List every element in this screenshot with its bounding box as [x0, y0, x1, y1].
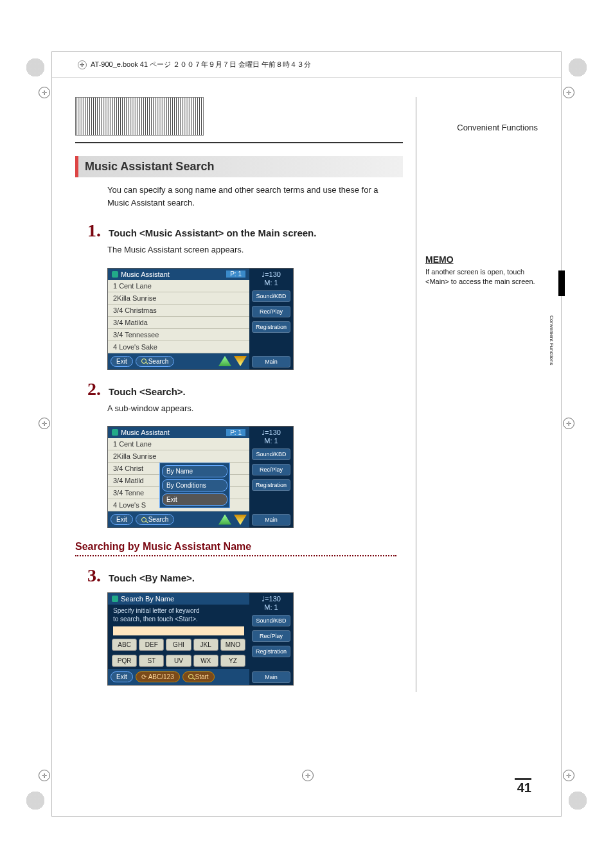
crop-mark-br	[562, 784, 594, 817]
key-jkl[interactable]: JKL	[193, 639, 218, 651]
search-icon	[188, 674, 193, 679]
page-indicator: P: 1	[226, 429, 245, 436]
panel-footer: Exit Search	[108, 511, 249, 527]
key-ghi[interactable]: GHI	[166, 639, 191, 651]
registration-mark: ✛	[39, 87, 50, 98]
page-indicator: P: 1	[226, 270, 245, 278]
screenshot-search-popup: Music Assistant P: 1 1 Cent Lane 2Killa …	[107, 426, 294, 528]
start-button[interactable]: Start	[182, 671, 215, 682]
side-buttons: ♩=130 M: 1 Sound/KBD Rec/Play Registrati…	[249, 427, 293, 527]
divider	[75, 142, 403, 143]
key-yz[interactable]: YZ	[220, 655, 245, 667]
exit-button[interactable]: Exit	[111, 514, 133, 525]
key-pqr[interactable]: PQR	[112, 655, 137, 667]
scroll-down-button[interactable]	[234, 356, 247, 366]
list-item[interactable]: 2Killa Sunrise	[108, 292, 249, 305]
page-number-bar	[515, 778, 531, 780]
key-row: ABC DEF GHI JKL MNO	[108, 637, 249, 653]
step-title: Touch <Search>.	[109, 386, 186, 397]
list-item[interactable]: 2Killa Sunrise	[108, 450, 249, 463]
doc-header: ✛ AT-900_e.book 41 ページ ２００７年９月７日 金曜日 午前８…	[52, 52, 561, 78]
search-label: Search	[148, 516, 169, 523]
step-1: 1. Touch <Music Assistant> on the Main s…	[75, 220, 403, 241]
rec-play-button[interactable]: Rec/Play	[252, 630, 290, 642]
search-label: Search	[148, 358, 169, 365]
device-illustration	[75, 97, 204, 136]
list-item[interactable]: 3/4 Tennessee	[108, 329, 249, 341]
side-buttons: ♩=130 M: 1 Sound/KBD Rec/Play Registrati…	[249, 593, 293, 685]
exit-button[interactable]: Exit	[111, 356, 133, 367]
instruction-text: Specify initial letter of keyword to sea…	[108, 605, 249, 625]
step-3: 3. Touch <By Name>.	[75, 565, 403, 586]
page-frame: ✛ AT-900_e.book 41 ページ ２００７年９月７日 金曜日 午前８…	[51, 51, 562, 817]
panel-titlebar: Music Assistant P: 1	[108, 427, 249, 438]
list-item[interactable]: 3/4 Matilda	[108, 317, 249, 329]
panel-icon	[112, 429, 118, 436]
list-item[interactable]: 3/4 Christmas	[108, 305, 249, 317]
exit-button[interactable]: Exit	[111, 671, 133, 682]
crop-mark-tr	[562, 51, 594, 84]
registration-button[interactable]: Registration	[252, 479, 290, 491]
registration-button[interactable]: Registration	[252, 646, 290, 657]
step-number: 3.	[75, 565, 101, 586]
tempo-indicator: ♩=130 M: 1	[249, 593, 293, 613]
key-mno[interactable]: MNO	[220, 639, 245, 651]
registration-mark: ✛	[39, 418, 50, 429]
page-number: 41	[517, 781, 531, 795]
scroll-up-button[interactable]	[218, 515, 231, 525]
search-button[interactable]: Search	[136, 514, 175, 525]
step-2: 2. Touch <Search>.	[75, 379, 403, 400]
tempo-indicator: ♩=130 M: 1	[249, 269, 293, 288]
registration-icon: ✛	[78, 60, 87, 69]
registration-button[interactable]: Registration	[252, 321, 290, 333]
step-number: 1.	[75, 220, 101, 241]
panel-title: Music Assistant	[121, 429, 170, 436]
step-title: Touch <By Name>.	[109, 572, 195, 583]
registration-mark: ✛	[563, 87, 574, 98]
step-subtext: A sub-window appears.	[107, 402, 384, 415]
cycle-icon: ⟳	[141, 673, 147, 680]
rec-play-button[interactable]: Rec/Play	[252, 464, 290, 475]
panel-titlebar: Music Assistant P: 1	[108, 269, 249, 280]
key-def[interactable]: DEF	[139, 639, 164, 651]
search-button[interactable]: Search	[136, 356, 175, 367]
popup-exit-button[interactable]: Exit	[162, 493, 227, 506]
running-head: Convenient Functions	[425, 123, 538, 132]
key-uv[interactable]: UV	[166, 655, 191, 667]
memo-label: MEMO	[425, 254, 454, 265]
panel-footer: Exit ⟳ABC/123 Start	[108, 669, 249, 685]
key-wx[interactable]: WX	[193, 655, 218, 667]
registration-mark: ✛	[563, 770, 574, 781]
search-icon	[141, 359, 147, 364]
main-button[interactable]: Main	[252, 671, 290, 683]
list-item[interactable]: 1 Cent Lane	[108, 280, 249, 292]
panel-icon	[112, 271, 118, 278]
abc123-toggle-button[interactable]: ⟳ABC/123	[136, 671, 180, 682]
sound-kbd-button[interactable]: Sound/KBD	[252, 615, 290, 626]
search-popup: By Name By Conditions Exit	[159, 463, 230, 508]
key-abc[interactable]: ABC	[112, 639, 137, 651]
sound-kbd-button[interactable]: Sound/KBD	[252, 448, 290, 460]
list-item[interactable]: 4 Love's Sake	[108, 341, 249, 353]
list-item[interactable]: 1 Cent Lane	[108, 438, 249, 450]
rec-play-button[interactable]: Rec/Play	[252, 306, 290, 317]
main-button[interactable]: Main	[252, 514, 290, 526]
sound-kbd-button[interactable]: Sound/KBD	[252, 290, 290, 302]
screenshot-music-assistant: Music Assistant P: 1 1 Cent Lane 2Killa …	[107, 268, 294, 370]
panel-title: Music Assistant	[121, 270, 170, 278]
search-input[interactable]	[113, 626, 244, 635]
registration-mark: ✛	[39, 770, 50, 781]
scroll-up-button[interactable]	[218, 356, 231, 366]
search-icon	[141, 517, 147, 522]
screenshot-search-by-name: Search By Name Specify initial letter of…	[107, 592, 294, 686]
vertical-section-label: Convenient Functions	[549, 315, 555, 365]
key-st[interactable]: ST	[139, 655, 164, 667]
main-button[interactable]: Main	[252, 356, 290, 368]
scroll-down-button[interactable]	[234, 515, 247, 525]
by-conditions-button[interactable]: By Conditions	[162, 479, 227, 492]
registration-mark: ✛	[563, 418, 574, 429]
subsection-heading: Searching by Music Assistant Name	[75, 541, 396, 556]
step-title: Touch <Music Assistant> on the Main scre…	[109, 227, 316, 238]
by-name-button[interactable]: By Name	[162, 465, 227, 477]
step-number: 2.	[75, 379, 101, 400]
